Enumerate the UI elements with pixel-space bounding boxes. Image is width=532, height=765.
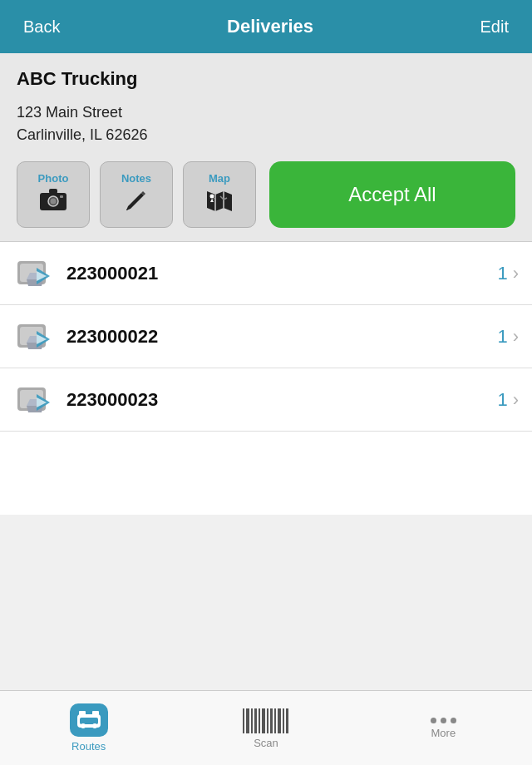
svg-point-14 bbox=[81, 723, 86, 728]
table-row[interactable]: 223000022 1 › bbox=[0, 305, 532, 368]
chevron-right-icon: › bbox=[513, 389, 519, 411]
scan-icon bbox=[243, 707, 288, 733]
table-row[interactable]: 223000021 1 › bbox=[0, 242, 532, 305]
svg-rect-17 bbox=[92, 711, 99, 715]
svg-rect-16 bbox=[79, 711, 86, 715]
notes-button[interactable]: Notes bbox=[100, 161, 173, 228]
delivery-icon bbox=[13, 316, 55, 358]
svg-point-5 bbox=[209, 194, 214, 199]
table-row[interactable]: 223000023 1 › bbox=[0, 368, 532, 432]
chevron-right-icon: › bbox=[513, 326, 519, 348]
photo-button[interactable]: Photo bbox=[17, 161, 90, 228]
more-label: More bbox=[431, 727, 456, 739]
pen-icon bbox=[124, 188, 149, 218]
svg-point-3 bbox=[51, 199, 57, 205]
back-button[interactable]: Back bbox=[17, 11, 66, 43]
camera-icon bbox=[39, 188, 67, 217]
delivery-icon bbox=[13, 253, 55, 294]
delivery-number: 223000021 bbox=[66, 263, 497, 284]
svg-rect-1 bbox=[49, 189, 57, 194]
delivery-count: 1 bbox=[497, 263, 507, 284]
chevron-right-icon: › bbox=[513, 263, 519, 284]
page-title: Deliveries bbox=[227, 16, 313, 37]
list-spacer bbox=[0, 432, 532, 515]
header: Back Deliveries Edit bbox=[0, 0, 532, 53]
company-address: 123 Main Street Carlinville, IL 62626 bbox=[17, 101, 515, 146]
edit-button[interactable]: Edit bbox=[474, 11, 515, 43]
company-section: ABC Trucking 123 Main Street Carlinville… bbox=[0, 53, 532, 242]
notes-label: Notes bbox=[121, 172, 151, 185]
routes-icon bbox=[70, 703, 108, 737]
delivery-list: 223000021 1 › 223000022 1 › bbox=[0, 242, 532, 432]
accept-all-button[interactable]: Accept All bbox=[269, 161, 515, 228]
nav-item-scan[interactable]: Scan bbox=[177, 707, 354, 749]
svg-rect-4 bbox=[60, 195, 63, 198]
delivery-number: 223000023 bbox=[66, 389, 497, 411]
map-icon bbox=[205, 188, 234, 217]
map-label: Map bbox=[209, 172, 230, 185]
svg-point-15 bbox=[92, 723, 97, 728]
address-line2: Carlinville, IL 62626 bbox=[17, 124, 515, 146]
nav-item-routes[interactable]: Routes bbox=[0, 703, 177, 753]
scan-label: Scan bbox=[254, 737, 278, 749]
delivery-number: 223000022 bbox=[66, 326, 497, 348]
address-line1: 123 Main Street bbox=[17, 101, 515, 124]
map-button[interactable]: Map bbox=[183, 161, 256, 228]
routes-label: Routes bbox=[71, 740, 106, 753]
delivery-count: 1 bbox=[497, 389, 507, 411]
delivery-icon bbox=[13, 379, 55, 421]
action-row: Photo Notes bbox=[17, 161, 515, 228]
bottom-nav: Routes Scan bbox=[0, 690, 532, 765]
more-icon bbox=[431, 718, 456, 723]
company-name: ABC Trucking bbox=[17, 68, 515, 90]
photo-label: Photo bbox=[38, 172, 69, 185]
nav-item-more[interactable]: More bbox=[355, 718, 532, 739]
delivery-count: 1 bbox=[497, 326, 507, 348]
svg-rect-13 bbox=[80, 718, 98, 724]
